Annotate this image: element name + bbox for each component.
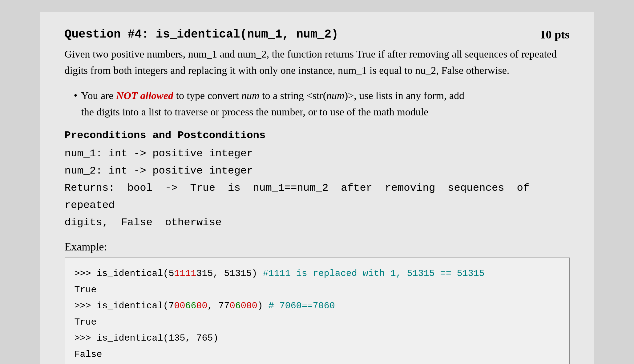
- returns-block: Returns: bool -> True is num_1==num_2 af…: [65, 179, 570, 231]
- repeated-digits-2d: 0: [230, 301, 235, 311]
- repeated-digits-1: 1111: [174, 268, 196, 279]
- italic-num-1: num: [241, 90, 260, 101]
- code-line-3: >>> is_identical(135, 765): [75, 330, 560, 346]
- repeated-digits-2f: 000: [241, 301, 257, 311]
- comment-2: # 7060==7060: [269, 301, 335, 311]
- description-text: Given two positive numbers, num_1 and nu…: [65, 46, 570, 78]
- bullet-dot: •: [74, 88, 78, 104]
- description-block: Given two positive numbers, num_1 and nu…: [65, 46, 570, 78]
- preconditions-title: Preconditions and Postconditions: [65, 130, 570, 141]
- precondition-line-2: num_2: int -> positive integer: [65, 162, 570, 179]
- repeated-digits-2c: 00: [196, 301, 208, 311]
- returns-line-2: digits, False otherwise: [65, 214, 570, 231]
- comment-1: #1111 is replaced with 1, 51315 == 51315: [263, 268, 485, 279]
- precondition-line-1: num_1: int -> positive integer: [65, 145, 570, 162]
- bullet-item: • You are NOT allowed to type convert nu…: [74, 88, 570, 120]
- code-line-4: >>> is_identical(2023, 20): [75, 362, 560, 364]
- example-label-text: Example:: [65, 241, 107, 253]
- repeated-digits-2e: 6: [235, 301, 241, 311]
- content-area: Question #4: is_identical(num_1, num_2) …: [40, 12, 594, 364]
- question-points: 10 pts: [540, 28, 569, 41]
- output-line-1: True: [75, 282, 560, 298]
- output-line-3: False: [75, 346, 560, 363]
- preconditions-section: Preconditions and Postconditions num_1: …: [65, 130, 570, 231]
- question-header: Question #4: is_identical(num_1, num_2) …: [65, 28, 570, 41]
- italic-num-2: num: [326, 90, 345, 101]
- repeated-digits-2b: 66: [185, 301, 196, 311]
- code-line-1: >>> is_identical(51111315, 51315) #1111 …: [75, 266, 560, 282]
- code-block: >>> is_identical(51111315, 51315) #1111 …: [65, 258, 570, 364]
- returns-line-1: Returns: bool -> True is num_1==num_2 af…: [65, 179, 570, 214]
- not-allowed-text: NOT allowed: [116, 90, 173, 101]
- bullet-section: • You are NOT allowed to type convert nu…: [65, 88, 570, 120]
- repeated-digits-2a: 00: [174, 301, 185, 311]
- bullet-text: You are NOT allowed to type convert num …: [81, 88, 464, 120]
- output-line-2: True: [75, 314, 560, 330]
- example-section: Example: >>> is_identical(51111315, 5131…: [65, 240, 570, 364]
- code-line-2: >>> is_identical(7006600, 7706000) # 706…: [75, 298, 560, 314]
- question-title: Question #4: is_identical(num_1, num_2): [65, 28, 338, 41]
- example-label: Example:: [65, 240, 570, 253]
